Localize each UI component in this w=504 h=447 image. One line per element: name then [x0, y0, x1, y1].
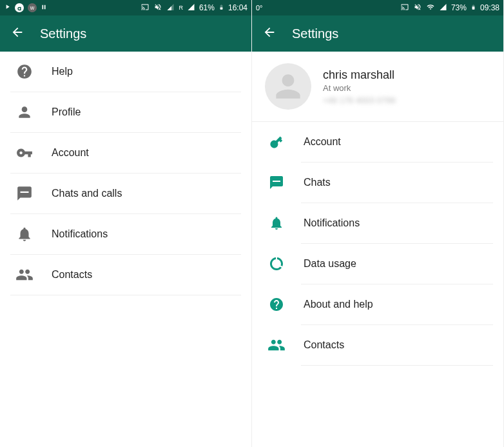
- battery-icon: [218, 3, 224, 14]
- page-title: Settings: [292, 26, 338, 41]
- profile-text: chris marshall At work +49 176 4003 0799: [323, 68, 493, 105]
- item-label: About and help: [304, 299, 373, 310]
- status-bar: ɑ w R 61% 16:04: [0, 0, 251, 15]
- app-badge-icon: w: [28, 3, 37, 12]
- signal-icon: [166, 3, 175, 13]
- clock-time: 16:04: [228, 3, 247, 12]
- page-title: Settings: [40, 26, 86, 41]
- profile-phone: +49 176 4003 0799: [323, 95, 493, 105]
- settings-item-about[interactable]: About and help: [252, 284, 503, 324]
- key-icon: [267, 133, 286, 151]
- cast-icon: [400, 3, 409, 13]
- temperature-indicator: 0°: [256, 4, 263, 12]
- key-icon: [15, 144, 34, 162]
- item-label: Help: [52, 66, 73, 77]
- battery-percent: 61%: [199, 3, 215, 12]
- item-label: Chats and calls: [52, 188, 122, 199]
- settings-item-contacts[interactable]: Contacts: [252, 325, 503, 365]
- contacts-icon: [267, 336, 286, 354]
- item-label: Notifications: [52, 228, 108, 240]
- pause-icon: [41, 3, 47, 12]
- signal-icon: [439, 3, 447, 13]
- mute-icon: [413, 3, 422, 13]
- phone-right: 0° 73% 09:38 Settings chris marshall At …: [252, 0, 504, 447]
- item-label: Contacts: [52, 269, 92, 281]
- bell-icon: [267, 214, 286, 232]
- profile-status: At work: [323, 83, 493, 93]
- back-arrow-icon[interactable]: [262, 25, 276, 42]
- help-icon: [267, 295, 286, 313]
- app-bar: Settings: [0, 15, 251, 52]
- avatar: [265, 63, 311, 110]
- cast-icon: [141, 3, 150, 13]
- settings-item-account[interactable]: Account: [0, 133, 251, 173]
- settings-list: Account Chats Notifications Data usage A…: [252, 122, 503, 447]
- data-usage-icon: [267, 255, 286, 273]
- wifi-icon: [426, 3, 435, 13]
- chat-icon: [15, 184, 34, 203]
- item-label: Contacts: [304, 339, 344, 351]
- clock-time: 09:38: [480, 3, 499, 12]
- item-label: Account: [304, 136, 341, 148]
- settings-list: Help Profile Account Chats and calls Not…: [0, 52, 251, 447]
- item-label: Chats: [304, 177, 331, 188]
- settings-item-datausage[interactable]: Data usage: [252, 244, 503, 284]
- chat-icon: [267, 174, 286, 192]
- app-badge-icon: ɑ: [15, 3, 24, 12]
- play-icon: [4, 3, 11, 12]
- item-label: Data usage: [304, 258, 356, 270]
- settings-item-notifications[interactable]: Notifications: [0, 214, 251, 254]
- contacts-icon: [15, 266, 34, 284]
- profile-name: chris marshall: [323, 68, 493, 82]
- app-bar: Settings: [252, 15, 503, 52]
- battery-icon: [470, 3, 476, 14]
- item-label: Profile: [52, 106, 81, 118]
- mute-icon: [153, 3, 162, 13]
- phone-left: ɑ w R 61% 16:04 Settings Help Profile: [0, 0, 252, 447]
- person-icon: [15, 103, 34, 121]
- settings-item-chats[interactable]: Chats: [252, 163, 503, 203]
- item-label: Account: [52, 147, 89, 159]
- settings-item-contacts[interactable]: Contacts: [0, 255, 251, 295]
- back-arrow-icon[interactable]: [10, 25, 24, 42]
- settings-item-account[interactable]: Account: [252, 122, 503, 162]
- settings-item-notifications[interactable]: Notifications: [252, 203, 503, 243]
- battery-percent: 73%: [451, 3, 467, 12]
- help-icon: [15, 63, 34, 81]
- settings-item-help[interactable]: Help: [0, 52, 251, 92]
- network-label: R: [179, 5, 183, 11]
- signal-icon-2: [187, 3, 195, 13]
- status-bar: 0° 73% 09:38: [252, 0, 503, 15]
- settings-item-chats[interactable]: Chats and calls: [0, 174, 251, 214]
- item-label: Notifications: [304, 217, 360, 229]
- bell-icon: [15, 225, 34, 243]
- settings-item-profile[interactable]: Profile: [0, 92, 251, 132]
- profile-card[interactable]: chris marshall At work +49 176 4003 0799: [252, 52, 503, 122]
